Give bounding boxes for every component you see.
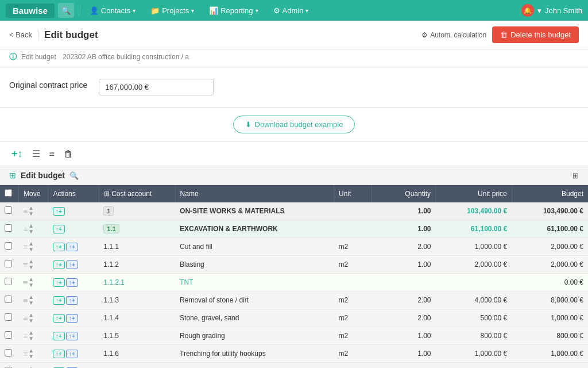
notification-bell[interactable]: 🔔 — [521, 4, 534, 17]
drag-handle-icon[interactable]: ≡ — [24, 296, 28, 305]
move-down-button[interactable]: ▼ — [28, 247, 34, 252]
action-button[interactable]: ↑+ — [53, 225, 65, 233]
quantity-cell: 2.00 — [372, 292, 436, 309]
name-cell: Removal of stone / dirt — [175, 292, 334, 309]
chevron-down-icon: ▾ — [537, 6, 541, 15]
autom-calculation-button[interactable]: ⚙ Autom. calculation — [421, 31, 486, 39]
cost-account-cell: 1.1.4 — [99, 309, 175, 327]
delete-row-button[interactable]: 🗑 — [61, 148, 75, 160]
move-cell: ≡ ▲ ▼ — [19, 292, 48, 309]
list-view-alt-button[interactable]: ≡ — [47, 148, 57, 160]
trash-icon: 🗑 — [500, 30, 508, 39]
action-button[interactable]: ↑+ — [66, 260, 78, 269]
nav-projects[interactable]: 📁 Projects ▾ — [145, 4, 200, 17]
back-button[interactable]: < Back — [9, 30, 32, 39]
col-budget: Budget — [512, 185, 588, 202]
row-checkbox[interactable] — [5, 206, 12, 214]
row-checkbox[interactable] — [5, 224, 12, 232]
columns-toggle-icon[interactable]: ⊞ — [572, 171, 579, 180]
move-down-button[interactable]: ▼ — [28, 282, 34, 288]
drag-handle-icon[interactable]: ≡ — [24, 243, 28, 251]
unit-price-cell: 500.00 € — [436, 309, 512, 327]
action-button[interactable]: ↑+ — [66, 350, 78, 358]
cost-badge: 1 — [103, 206, 114, 216]
action-button[interactable]: ↑+ — [66, 243, 78, 251]
quantity-cell: 1.00 — [372, 202, 436, 220]
nav-reporting[interactable]: 📊 Reporting ▾ — [203, 4, 264, 17]
name-cell: EXCAVATION & EARTHWORK — [175, 220, 334, 238]
action-button[interactable]: ↑+ — [66, 296, 78, 305]
action-button[interactable]: ↑+ — [53, 260, 65, 269]
name-cell: Foundation excavation — [175, 363, 334, 369]
action-button[interactable]: ↑+ — [53, 332, 65, 340]
unit-cell: m2 — [334, 345, 372, 363]
delete-budget-button[interactable]: 🗑 Delete this budget — [492, 26, 579, 43]
action-button[interactable]: ↑+ — [66, 314, 78, 323]
move-down-button[interactable]: ▼ — [28, 336, 34, 342]
drag-handle-icon[interactable]: ≡ — [24, 260, 28, 269]
move-down-button[interactable]: ▼ — [28, 318, 34, 324]
add-row-button[interactable]: +↕ — [9, 147, 25, 161]
action-button[interactable]: ↑+ — [53, 296, 65, 305]
unit-cell: m2 — [334, 256, 372, 274]
col-unit-price: Unit price — [436, 185, 512, 202]
drag-handle-icon[interactable]: ≡ — [24, 225, 28, 233]
cost-account-cell: 1.1.6 — [99, 345, 175, 363]
move-down-button[interactable]: ▼ — [28, 229, 34, 235]
download-area: ⬇ Download budget example — [0, 108, 588, 142]
list-view-button[interactable]: ☰ — [30, 147, 42, 160]
table-row: ≡ ▲ ▼ ↑+↑+1.1.1Cut and fillm22.001,000.0… — [0, 238, 588, 256]
table-row: ≡ ▲ ▼ ↑+1ON-SITE WORKS & MATERIALS1.0010… — [0, 202, 588, 220]
row-checkbox[interactable] — [5, 278, 12, 285]
move-up-button[interactable]: ▲ — [28, 366, 34, 368]
action-button[interactable]: ↑+ — [53, 278, 65, 287]
row-checkbox[interactable] — [5, 260, 12, 267]
move-down-button[interactable]: ▼ — [28, 264, 34, 270]
action-button[interactable]: ↑+ — [66, 332, 78, 340]
nav-contacts[interactable]: 👤 Contacts ▾ — [84, 4, 141, 17]
table-search-icon[interactable]: 🔍 — [69, 171, 79, 180]
unit-cell: m2 — [334, 292, 372, 309]
unit-price-cell — [436, 274, 512, 292]
cost-account-text: 1.1.4 — [103, 314, 119, 322]
row-checkbox[interactable] — [5, 349, 12, 356]
budget-cell: 1,000.00 € — [512, 345, 588, 363]
row-checkbox[interactable] — [5, 296, 12, 303]
move-down-button[interactable]: ▼ — [28, 211, 34, 217]
row-checkbox[interactable] — [5, 331, 12, 339]
move-cell: ≡ ▲ ▼ — [19, 238, 48, 256]
action-button[interactable]: ↑+ — [53, 350, 65, 358]
download-budget-button[interactable]: ⬇ Download budget example — [233, 116, 355, 133]
unit-price-cell: 1,000.00 € — [436, 238, 512, 256]
move-down-button[interactable]: ▼ — [28, 300, 34, 306]
row-checkbox[interactable] — [5, 313, 12, 321]
action-button[interactable]: ↑+ — [53, 207, 65, 216]
drag-handle-icon[interactable]: ≡ — [24, 207, 28, 216]
drag-handle-icon[interactable]: ≡ — [24, 350, 28, 358]
chevron-down-icon: ▾ — [256, 7, 258, 14]
search-icon[interactable]: 🔍 — [58, 3, 74, 18]
table-title: Edit budget — [21, 171, 65, 180]
nav-admin[interactable]: ⚙ Admin ▾ — [268, 4, 315, 17]
logo[interactable]: Bauwise — [6, 3, 55, 18]
budget-cell: 61,100.00 € — [512, 220, 588, 238]
action-button[interactable]: ↑+ — [53, 314, 65, 323]
drag-handle-icon[interactable]: ≡ — [24, 332, 28, 340]
actions-cell: ↑+↑+ — [48, 292, 99, 309]
move-down-button[interactable]: ▼ — [28, 354, 34, 359]
select-all-checkbox[interactable] — [5, 189, 12, 197]
budget-cell: 103,490.00 € — [512, 202, 588, 220]
unit-price-cell: 800.00 € — [436, 327, 512, 345]
row-checkbox[interactable] — [5, 242, 12, 250]
action-button[interactable]: ↑+ — [53, 243, 65, 251]
drag-handle-icon[interactable]: ≡ — [24, 314, 28, 323]
move-cell: ≡ ▲ ▼ — [19, 274, 48, 292]
action-button[interactable]: ↑+ — [66, 278, 78, 287]
contract-price-input[interactable] — [99, 79, 214, 95]
drag-handle-icon[interactable]: ≡ — [24, 278, 28, 287]
table-row: ≡ ▲ ▼ ↑+↑+1.1.7Foundation excavationm23.… — [0, 363, 588, 369]
user-menu[interactable]: ▾ John Smith — [537, 6, 582, 15]
table-row: ≡ ▲ ▼ ↑+↑+1.1.4Stone, gravel, sandm22.00… — [0, 309, 588, 327]
quantity-cell: 3.00 — [372, 363, 436, 369]
quantity-cell: 2.00 — [372, 238, 436, 256]
